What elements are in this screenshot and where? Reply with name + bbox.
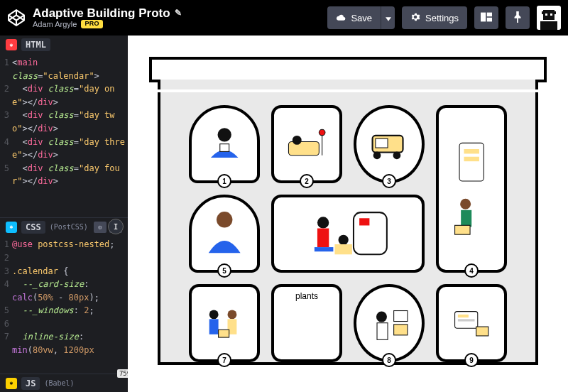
pin-icon <box>513 11 522 25</box>
edit-title-icon[interactable]: ✎ <box>175 9 182 18</box>
svg-rect-6 <box>545 13 547 16</box>
svg-rect-8 <box>540 21 557 30</box>
svg-point-38 <box>376 312 387 322</box>
js-badge-icon: ✱ <box>6 378 17 389</box>
svg-rect-43 <box>458 315 469 317</box>
svg-rect-34 <box>209 320 219 334</box>
svg-rect-41 <box>393 325 407 335</box>
html-badge-icon: ✱ <box>6 39 17 50</box>
css-settings-icon[interactable]: ⚙ <box>94 222 106 233</box>
window-7: 7 <box>189 284 260 362</box>
svg-rect-2 <box>487 17 492 21</box>
html-editor[interactable]: 1<main class="calendar"> 2 <div class="d… <box>0 54 128 217</box>
svg-point-28 <box>317 217 329 229</box>
layout-button[interactable] <box>474 6 498 29</box>
text-cursor-icon: I <box>108 219 124 234</box>
svg-rect-26 <box>354 212 387 254</box>
window-1: 1 <box>189 105 260 183</box>
layout-icon <box>481 12 492 24</box>
svg-point-18 <box>393 152 400 160</box>
svg-rect-0 <box>481 12 486 21</box>
svg-point-9 <box>217 128 231 141</box>
svg-rect-11 <box>288 142 319 156</box>
svg-rect-29 <box>317 229 329 248</box>
pin-button[interactable] <box>506 6 530 29</box>
svg-point-13 <box>319 130 325 136</box>
window-2: 2 <box>271 105 342 183</box>
chevron-down-icon <box>386 13 391 23</box>
svg-rect-4 <box>542 11 545 14</box>
svg-rect-45 <box>476 327 488 336</box>
svg-point-31 <box>339 235 349 245</box>
svg-rect-40 <box>393 311 407 322</box>
svg-rect-19 <box>459 143 484 182</box>
svg-point-12 <box>293 136 302 145</box>
window-8: 8 <box>354 284 425 362</box>
js-panel-header[interactable]: ✱ JS (Babel) <box>0 374 128 392</box>
window-6 <box>271 195 425 273</box>
svg-rect-20 <box>464 149 479 153</box>
svg-point-35 <box>227 310 236 320</box>
svg-rect-30 <box>315 247 334 251</box>
pro-badge: PRO <box>81 20 102 28</box>
svg-rect-44 <box>458 320 475 322</box>
svg-point-25 <box>217 212 232 227</box>
window-3: 3 <box>354 105 425 183</box>
user-avatar[interactable] <box>537 6 561 30</box>
svg-rect-27 <box>359 219 369 226</box>
svg-point-22 <box>460 199 471 209</box>
svg-rect-7 <box>550 13 552 16</box>
svg-rect-21 <box>464 157 479 161</box>
svg-rect-3 <box>543 10 555 20</box>
save-button[interactable]: Save <box>327 6 381 29</box>
svg-rect-1 <box>487 12 492 16</box>
preview-pane[interactable]: 1 2 3 4 <box>128 36 568 392</box>
svg-rect-37 <box>218 330 229 338</box>
svg-rect-16 <box>376 138 388 148</box>
css-editor[interactable]: 1@use postcss-nested; 2 3.calendar { 4 -… <box>0 236 128 374</box>
svg-rect-24 <box>454 226 469 235</box>
html-panel-header[interactable]: ✱ HTML <box>0 36 128 54</box>
author-name[interactable]: Adam Argyle <box>33 20 77 28</box>
svg-rect-10 <box>220 144 229 152</box>
svg-rect-32 <box>335 244 352 254</box>
gear-icon <box>410 12 420 24</box>
svg-point-33 <box>209 310 219 320</box>
svg-point-17 <box>373 152 381 160</box>
window-9: 9 <box>436 284 507 362</box>
window-5: 5 <box>189 195 260 273</box>
settings-button[interactable]: Settings <box>402 6 467 29</box>
window-plants: plants <box>271 284 342 362</box>
building-illustration: 1 2 3 4 <box>149 57 547 392</box>
svg-rect-5 <box>553 11 556 14</box>
save-dropdown[interactable] <box>381 6 395 29</box>
css-badge-icon: ✱ <box>6 222 17 233</box>
svg-rect-39 <box>377 323 388 340</box>
cloud-icon <box>336 13 346 23</box>
pen-title[interactable]: Adaptive Building Proto <box>33 7 170 21</box>
window-4: 4 <box>436 105 507 273</box>
codepen-logo[interactable] <box>7 9 26 27</box>
svg-rect-23 <box>461 210 471 227</box>
